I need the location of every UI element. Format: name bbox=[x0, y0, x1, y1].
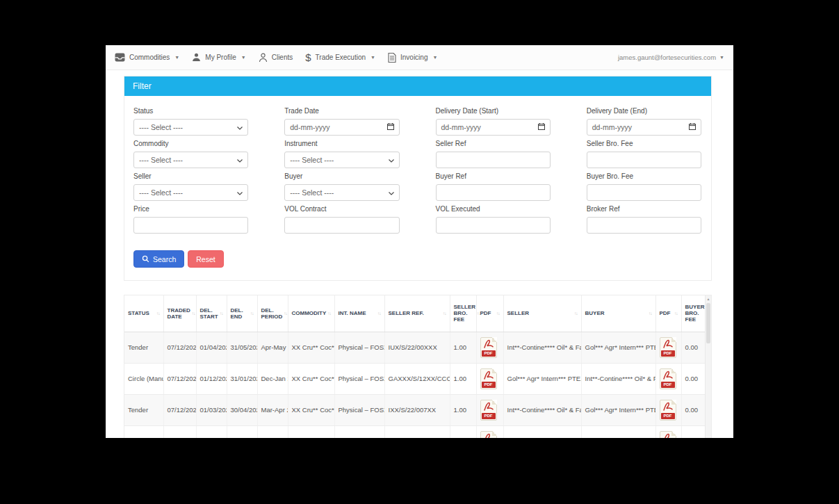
pdf-icon[interactable]: PDF bbox=[660, 337, 676, 358]
table-cell-pdf: PDF bbox=[655, 394, 681, 425]
table-cell-traded-date: 07/12/2022 bbox=[163, 394, 196, 425]
filter-field-vol-contract: VOL Contract bbox=[284, 204, 399, 234]
table-cell-buyer-bro-fee: 0.00 bbox=[681, 394, 706, 425]
column-header-seller: SELLER↑↓ bbox=[503, 295, 581, 332]
field-label: Delivery Date (End) bbox=[587, 107, 701, 115]
table-row[interactable]: Circle (Manual)07/12/202201/12/202231/01… bbox=[124, 363, 706, 394]
seller-select[interactable]: ---- Select ---- bbox=[133, 184, 248, 201]
price-input[interactable] bbox=[133, 217, 248, 234]
filter-field-trade-date: Trade Datedd-mm-yyyy bbox=[284, 106, 399, 136]
table-cell-seller-bro-fee: 1.00 bbox=[450, 363, 476, 394]
pdf-icon[interactable]: PDF bbox=[660, 368, 676, 389]
table-cell-del-start: 01/04/2023 bbox=[196, 332, 227, 363]
sort-icon[interactable]: ↑↓ bbox=[574, 311, 578, 316]
column-header-commodity: COMMODITY↑↓ bbox=[288, 295, 334, 332]
delivery-date-start-input[interactable]: dd-mm-yyyy bbox=[436, 119, 551, 136]
table-cell-seller-bro-fee bbox=[450, 425, 476, 438]
seller-ref-input[interactable] bbox=[436, 152, 551, 168]
filter-field-buyer-ref: Buyer Ref bbox=[436, 171, 551, 201]
nav-item-commodities[interactable]: Commodities▼ bbox=[115, 53, 179, 62]
table-cell-seller-bro-fee: 1.00 bbox=[450, 332, 476, 363]
sort-icon[interactable]: ↑↓ bbox=[156, 311, 160, 316]
field-label: Buyer bbox=[284, 172, 399, 180]
column-header-buyer: BUYER↑↓ bbox=[581, 295, 655, 332]
buyer-bro-fee-input[interactable] bbox=[587, 184, 701, 201]
nav-item-trade-execution[interactable]: $Trade Execution▼ bbox=[305, 52, 375, 63]
field-value: ---- Select ---- bbox=[139, 156, 183, 164]
nav-item-my-profile[interactable]: My Profile▼ bbox=[192, 53, 245, 62]
table-cell-status: Tender bbox=[124, 332, 163, 363]
sort-icon[interactable]: ↑↓ bbox=[220, 311, 223, 316]
seller-bro-fee-input[interactable] bbox=[587, 152, 701, 168]
instrument-select[interactable]: ---- Select ---- bbox=[284, 152, 399, 168]
dollar-icon: $ bbox=[305, 52, 311, 63]
field-label: Seller bbox=[133, 172, 248, 180]
nav-item-clients[interactable]: Clients bbox=[259, 53, 293, 63]
table-cell-seller-ref: IXX/S/22/007XX bbox=[384, 394, 450, 425]
column-header-del-end: DEL. END↑↓ bbox=[227, 295, 257, 332]
sort-icon[interactable]: ↑↓ bbox=[443, 311, 446, 316]
table-scrollbar[interactable]: ▲ bbox=[705, 295, 711, 438]
table-cell-status: Circle (Manual) bbox=[124, 363, 163, 394]
status-select[interactable]: ---- Select ---- bbox=[133, 119, 248, 136]
user-menu[interactable]: james.gaunt@fortesecurities.com ▼ bbox=[618, 54, 724, 61]
search-button[interactable]: Search bbox=[133, 250, 184, 268]
trade-date-input[interactable]: dd-mm-yyyy bbox=[284, 119, 399, 136]
scroll-up-icon[interactable]: ▲ bbox=[706, 295, 711, 302]
pdf-icon[interactable]: PDF bbox=[480, 431, 497, 439]
buyer-ref-input[interactable] bbox=[436, 184, 551, 201]
chevron-down-icon bbox=[389, 156, 394, 164]
pdf-icon[interactable]: PDF bbox=[660, 431, 676, 439]
delivery-date-end-input[interactable]: dd-mm-yyyy bbox=[587, 119, 701, 136]
nav-item-invoicing[interactable]: Invoicing▼ bbox=[388, 53, 437, 63]
sort-icon[interactable]: ↑↓ bbox=[377, 311, 381, 316]
filter-panel: Filter Status---- Select ----Trade Dated… bbox=[124, 76, 712, 281]
sort-icon[interactable]: ↑↓ bbox=[250, 311, 254, 316]
table-cell-del-start: 01/03/2023 bbox=[196, 394, 227, 425]
column-header-label: STATUS bbox=[128, 310, 149, 316]
scrollbar-thumb[interactable] bbox=[706, 303, 710, 343]
table-cell-del-period bbox=[257, 425, 288, 438]
sort-icon[interactable]: ↑↓ bbox=[674, 311, 678, 316]
document-icon bbox=[388, 53, 396, 63]
field-value: ---- Select ---- bbox=[139, 123, 183, 131]
table-cell-int-name: Physical – FOSXX XX bbox=[334, 332, 384, 363]
sort-icon[interactable]: ↑↓ bbox=[649, 311, 652, 316]
sort-icon[interactable]: ↑↓ bbox=[284, 311, 287, 316]
search-button-label: Search bbox=[153, 255, 176, 263]
column-header-label: INT. NAME bbox=[339, 310, 366, 316]
buyer-select[interactable]: ---- Select ---- bbox=[284, 184, 399, 201]
table-row[interactable]: Tender07/12/202201/04/202331/05/2023Apr-… bbox=[124, 332, 706, 363]
table-cell-pdf: PDF bbox=[476, 425, 503, 438]
column-header-del-period: DEL. PERIOD↑↓ bbox=[257, 295, 288, 332]
vol-executed-input[interactable] bbox=[436, 217, 551, 234]
reset-button[interactable]: Reset bbox=[188, 250, 223, 268]
table-cell-status bbox=[124, 425, 163, 438]
column-header-int-name: INT. NAME↑↓ bbox=[334, 295, 384, 332]
field-label: Seller Ref bbox=[436, 140, 551, 147]
table-row[interactable]: PDFPDF bbox=[124, 425, 706, 438]
broker-ref-input[interactable] bbox=[587, 217, 701, 234]
table-cell-pdf: PDF bbox=[655, 332, 681, 363]
field-label: Buyer Ref bbox=[436, 172, 551, 180]
table-cell-seller-ref: IUX/S/22/00XXX bbox=[384, 332, 450, 363]
pdf-icon[interactable]: PDF bbox=[480, 337, 497, 358]
chevron-down-icon bbox=[237, 156, 243, 164]
commodity-select[interactable]: ---- Select ---- bbox=[133, 152, 248, 168]
column-header-label: PDF bbox=[660, 310, 671, 316]
user-outline-icon bbox=[259, 53, 268, 63]
filter-field-seller-bro-fee: Seller Bro. Fee bbox=[587, 138, 701, 168]
sort-icon[interactable]: ↑↓ bbox=[496, 311, 500, 316]
vol-contract-input[interactable] bbox=[284, 217, 399, 234]
sort-icon[interactable]: ↑↓ bbox=[327, 311, 331, 316]
pdf-icon[interactable]: PDF bbox=[480, 400, 497, 421]
pdf-icon[interactable]: PDF bbox=[660, 400, 676, 421]
column-header-pdf: PDF↑↓ bbox=[476, 295, 503, 332]
table-row[interactable]: Tender07/12/202201/03/202330/04/2023Mar-… bbox=[124, 394, 706, 425]
sort-icon[interactable]: ↑↓ bbox=[192, 311, 195, 316]
column-header-seller-ref: SELLER REF.↑↓ bbox=[384, 295, 450, 332]
field-label: Commodity bbox=[133, 140, 248, 147]
calendar-icon bbox=[538, 123, 545, 131]
pdf-icon[interactable]: PDF bbox=[480, 368, 497, 389]
column-header-buyer-bro-fee: BUYER BRO. FEE↑↓ bbox=[681, 295, 706, 332]
